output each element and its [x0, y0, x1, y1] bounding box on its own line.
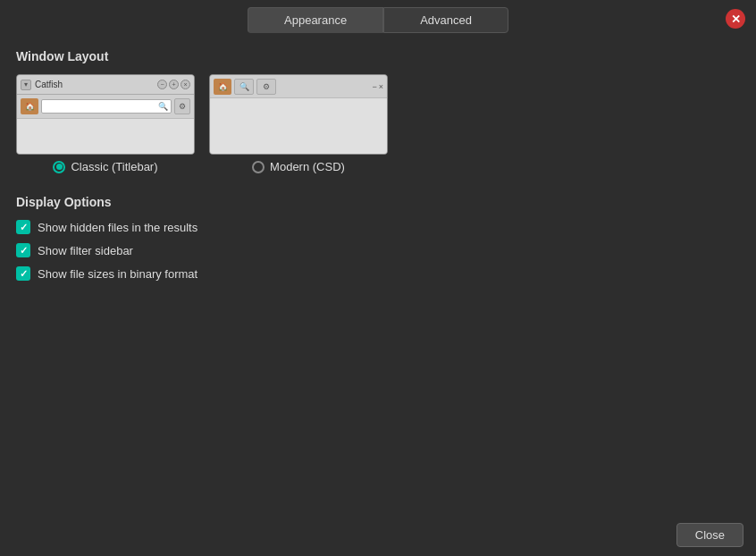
classic-search-icon: 🔍 [158, 102, 168, 112]
checkbox-hidden-files-box[interactable] [16, 220, 30, 234]
modern-radio-label[interactable]: Modern (CSD) [252, 160, 345, 173]
checkbox-hidden-files-label: Show hidden files in the results [38, 221, 197, 234]
display-options-section: Display Options Show hidden files in the… [16, 195, 740, 281]
classic-close-btn: × [181, 80, 190, 89]
tab-bar: Appearance Advanced [0, 0, 756, 33]
close-x-button[interactable]: ✕ [726, 9, 745, 29]
modern-minimize: − [372, 82, 376, 91]
layout-previews: ▾ Catfish − + × 🏠 🔍 [16, 74, 740, 173]
checkbox-filter-sidebar[interactable]: Show filter sidebar [16, 243, 740, 257]
window-layout-title: Window Layout [16, 49, 740, 63]
classic-search-row: 🏠 🔍 ⚙ [17, 95, 194, 119]
modern-radio-dot [252, 161, 265, 173]
checkbox-filter-sidebar-label: Show filter sidebar [38, 244, 133, 257]
classic-gear-btn: ⚙ [174, 98, 190, 114]
modern-preview-box: 🏠 🔍 ⚙ − × [209, 74, 388, 155]
bottom-bar: Close [664, 514, 756, 556]
tab-advanced[interactable]: Advanced [383, 7, 508, 33]
classic-radio-dot [53, 161, 65, 173]
modern-search-btn: 🔍 [234, 79, 254, 95]
display-options-title: Display Options [16, 195, 740, 209]
classic-search-field: 🔍 [41, 99, 172, 114]
modern-label-text: Modern (CSD) [270, 160, 345, 173]
classic-home-icon: 🏠 [21, 98, 38, 114]
classic-label-text: Classic (Titlebar) [71, 160, 157, 173]
close-button[interactable]: Close [676, 523, 743, 547]
classic-radio-label[interactable]: Classic (Titlebar) [53, 160, 157, 173]
modern-gear-btn: ⚙ [256, 79, 276, 95]
layout-option-modern[interactable]: 🏠 🔍 ⚙ − × Modern (CSD) [209, 74, 388, 173]
checkbox-binary-format[interactable]: Show file sizes in binary format [16, 266, 740, 281]
classic-maximize-btn: + [169, 80, 179, 89]
classic-titlebar: ▾ Catfish − + × [17, 75, 194, 95]
modern-maximize: × [379, 82, 383, 91]
checkbox-binary-format-label: Show file sizes in binary format [38, 267, 197, 281]
main-content: Window Layout ▾ Catfish − + × [0, 33, 756, 281]
classic-window-title: Catfish [35, 80, 63, 89]
tab-appearance[interactable]: Appearance [248, 7, 383, 33]
layout-option-classic[interactable]: ▾ Catfish − + × 🏠 🔍 [16, 74, 195, 173]
classic-wm-buttons: − + × [157, 80, 190, 89]
modern-preview-body [210, 98, 387, 154]
classic-preview-box: ▾ Catfish − + × 🏠 🔍 [16, 74, 195, 155]
classic-preview-body [17, 119, 194, 154]
checkbox-filter-sidebar-box[interactable] [16, 243, 30, 257]
checkbox-binary-format-box[interactable] [16, 266, 30, 281]
modern-wm-buttons: − × [372, 82, 383, 91]
checkbox-hidden-files[interactable]: Show hidden files in the results [16, 220, 740, 234]
modern-csd-bar: 🏠 🔍 ⚙ − × [210, 75, 387, 98]
classic-dropdown-arrow: ▾ [21, 80, 31, 90]
modern-home-icon: 🏠 [214, 79, 231, 95]
classic-minimize-btn: − [157, 80, 167, 89]
